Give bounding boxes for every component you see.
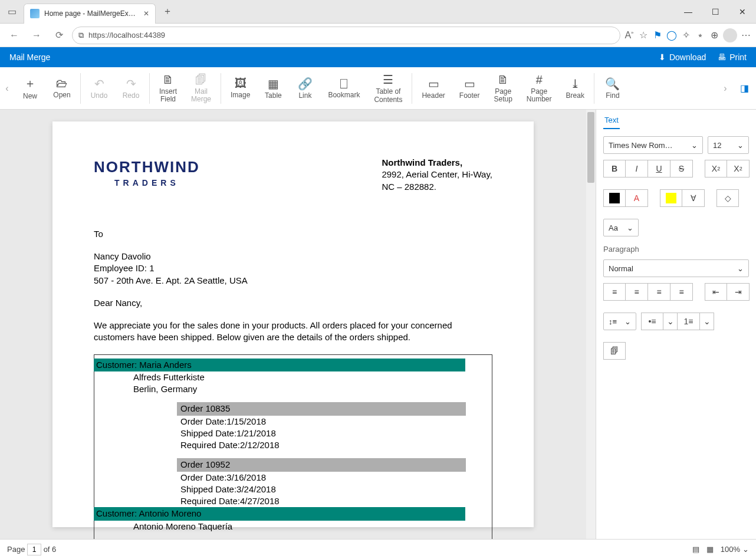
table-icon: ▦ <box>268 77 279 91</box>
window-close-button[interactable]: ✕ <box>729 0 756 24</box>
highlight-swatch[interactable] <box>660 189 682 207</box>
find-button[interactable]: 🔍Find <box>597 67 629 110</box>
web-layout-view-icon[interactable]: ▦ <box>706 545 714 554</box>
collections-icon[interactable]: ⊕ <box>709 29 719 41</box>
subscript-button[interactable]: X2 <box>727 160 750 177</box>
print-button[interactable]: 🖶 Print <box>718 52 747 62</box>
paragraph-style-dropdown[interactable]: Normal⌄ <box>603 259 749 277</box>
bold-button[interactable]: B <box>603 160 626 177</box>
superscript-button[interactable]: X2 <box>705 160 727 177</box>
align-right-button[interactable]: ≡ <box>648 283 670 301</box>
strikethrough-button[interactable]: S <box>670 160 693 177</box>
download-label: Download <box>669 52 706 62</box>
undo-icon: ↶ <box>94 77 104 91</box>
window-minimize-button[interactable]: — <box>675 0 702 24</box>
italic-button[interactable]: I <box>626 160 648 177</box>
favorite-icon[interactable]: ☆ <box>638 29 649 41</box>
align-justify-button[interactable]: ≡ <box>670 283 693 301</box>
page-layout-view-icon[interactable]: ▤ <box>692 545 699 554</box>
order-detail: Order Date:3/16/2018 <box>180 472 486 484</box>
ribbon-scroll-right[interactable]: › <box>718 67 732 110</box>
header-icon: ▭ <box>428 77 439 91</box>
align-center-button[interactable]: ≡ <box>626 283 648 301</box>
page-number-input[interactable] <box>27 544 41 555</box>
change-case-dropdown[interactable]: Aa⌄ <box>603 219 639 236</box>
chevron-down-icon: ⌄ <box>627 223 633 232</box>
align-left-button[interactable]: ≡ <box>603 283 626 301</box>
decrease-indent-button[interactable]: ⇤ <box>705 283 727 301</box>
break-button[interactable]: ⤓Break <box>559 67 591 110</box>
font-color-swatch[interactable] <box>603 189 626 207</box>
tab-actions-icon[interactable]: ▭ <box>0 0 24 24</box>
nav-forward-button[interactable]: → <box>27 26 46 45</box>
ext-flag-icon[interactable]: ⚑ <box>652 29 663 41</box>
addr-name: Northwind Traders, <box>382 157 492 169</box>
order-detail: Shipped Date:1/21/2018 <box>180 428 486 439</box>
toc-button[interactable]: ☰Table of Contents <box>367 67 409 110</box>
scroll-thumb[interactable] <box>587 112 594 183</box>
window-maximize-button[interactable]: ☐ <box>702 0 729 24</box>
image-button[interactable]: 🖼Image <box>223 67 257 110</box>
font-family-dropdown[interactable]: Times New Rom…⌄ <box>603 136 703 154</box>
header-button[interactable]: ▭Header <box>415 67 452 110</box>
extensions-icon[interactable]: ✧ <box>681 29 691 41</box>
open-button[interactable]: 🗁Open <box>46 67 78 110</box>
more-icon[interactable]: ⋯ <box>741 29 751 41</box>
tab-favicon-icon <box>30 9 40 18</box>
page-number-button[interactable]: #Page Number <box>520 67 559 110</box>
zoom-control[interactable]: 100% ⌄ <box>721 545 749 554</box>
customer-row: Customer: Maria Anders <box>94 359 465 371</box>
order-detail: Shipped Date:3/24/2018 <box>180 484 486 495</box>
favorites-hub-icon[interactable]: ⭒ <box>695 30 705 41</box>
download-button[interactable]: ⬇ Download <box>659 52 706 62</box>
nav-refresh-button[interactable]: ⟳ <box>50 26 68 45</box>
order-header: Order 10835 <box>177 402 466 415</box>
site-info-icon[interactable]: ⧉ <box>78 31 84 40</box>
panel-toggle-button[interactable]: ◨ <box>732 83 756 94</box>
mail-merge-icon: 🗐 <box>195 73 207 87</box>
line-spacing-dropdown[interactable]: ↕≡⌄ <box>603 313 636 330</box>
ext-shield-icon[interactable]: ◯ <box>666 29 677 41</box>
link-button[interactable]: 🔗Link <box>289 67 321 110</box>
url-input[interactable]: ⧉ https://localhost:44389 <box>72 27 620 44</box>
numbered-list-dropdown[interactable]: ⌄ <box>700 313 714 330</box>
text-tab[interactable]: Text <box>603 114 620 129</box>
document-viewport[interactable]: NORTHWIND TRADERS Northwind Traders, 299… <box>0 110 586 539</box>
underline-button[interactable]: U <box>648 160 670 177</box>
profile-icon[interactable] <box>723 28 737 42</box>
redo-button[interactable]: ↷Redo <box>115 67 147 110</box>
table-button[interactable]: ▦Table <box>257 67 289 110</box>
nav-back-button[interactable]: ← <box>5 26 24 45</box>
recipient-name: Nancy Davolio <box>94 251 492 262</box>
numbered-list-button[interactable]: 1≡ <box>678 313 700 330</box>
bullet-list-button[interactable]: •≡ <box>641 313 663 330</box>
toc-icon: ☰ <box>383 73 393 87</box>
paragraph-dialog-button[interactable]: 🗐 <box>603 342 626 360</box>
font-size-dropdown[interactable]: 12⌄ <box>708 136 749 154</box>
recipient-emp: Employee ID: 1 <box>94 262 492 274</box>
mail-merge-button[interactable]: 🗐Mail Merge <box>184 67 218 110</box>
insert-field-button[interactable]: 🗎Insert Field <box>152 67 184 110</box>
tab-close-icon[interactable]: ✕ <box>143 9 149 18</box>
page-setup-button[interactable]: 🗎Page Setup <box>487 67 520 110</box>
font-color-button[interactable]: A <box>626 189 648 207</box>
customer-company: Alfreds Futterkiste <box>133 371 486 383</box>
bookmark-button[interactable]: ⎕Bookmark <box>321 67 367 110</box>
document-page[interactable]: NORTHWIND TRADERS Northwind Traders, 299… <box>52 121 534 527</box>
new-tab-button[interactable]: ＋ <box>156 0 179 24</box>
footer-button[interactable]: ▭Footer <box>452 67 487 110</box>
order-detail: Required Date:4/27/2018 <box>180 495 486 507</box>
highlight-button[interactable]: ∀ <box>682 189 705 207</box>
browser-tab[interactable]: Home page - MailMergeExample ✕ <box>24 4 156 24</box>
chevron-down-icon: ⌄ <box>624 317 631 326</box>
clear-format-button[interactable]: ◇ <box>716 189 739 207</box>
vertical-scrollbar[interactable] <box>586 110 596 539</box>
read-aloud-icon[interactable]: A» <box>624 30 635 41</box>
bullet-list-dropdown[interactable]: ⌄ <box>663 313 678 330</box>
new-button[interactable]: ＋New <box>14 67 46 110</box>
yellow-swatch <box>666 193 676 203</box>
undo-button[interactable]: ↶Undo <box>83 67 115 110</box>
ribbon-scroll-left[interactable]: ‹ <box>0 67 14 110</box>
page-label-post: of 6 <box>44 545 57 554</box>
increase-indent-button[interactable]: ⇥ <box>727 283 750 301</box>
